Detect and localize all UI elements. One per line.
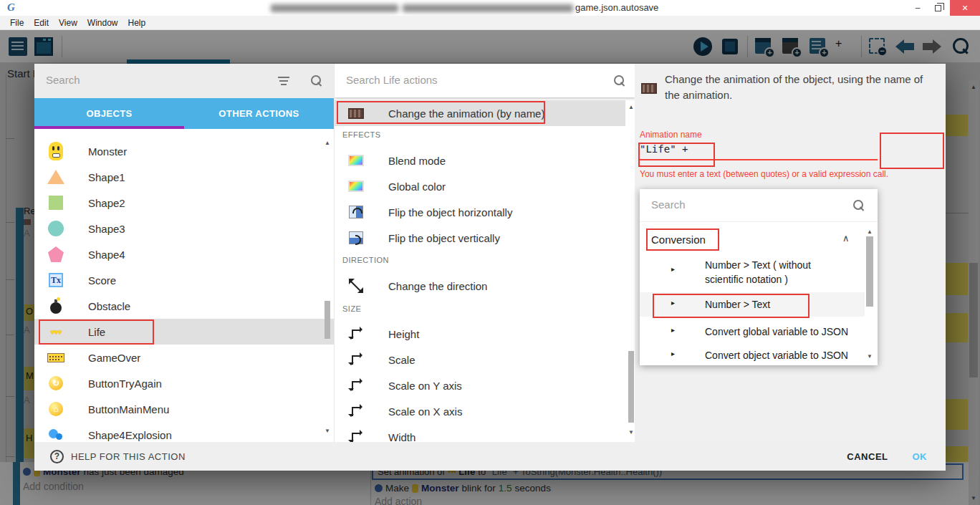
menu-edit[interactable]: Edit <box>34 18 49 28</box>
action-item[interactable]: Scale on X axis <box>335 398 635 424</box>
list-item[interactable]: ↻ButtonTryAgain <box>34 370 334 396</box>
list-item[interactable]: Monster <box>34 138 334 164</box>
search-icon <box>853 200 864 211</box>
cancel-button[interactable]: CANCEL <box>847 451 888 462</box>
actions-search-input[interactable] <box>346 74 582 86</box>
flip-vertical-icon <box>349 231 363 244</box>
dropdown-item[interactable]: ▸ Convert global variable to JSON <box>640 318 865 344</box>
action-item[interactable]: Flip the object vertically <box>335 225 635 251</box>
redacted-title-segment <box>271 4 398 12</box>
list-item[interactable]: Shape4Explosion <box>34 422 334 442</box>
scroll-up-icon[interactable]: ▲ <box>325 140 330 146</box>
square-icon <box>49 196 63 210</box>
list-item-selected[interactable]: ♥♥♥Life <box>34 319 334 345</box>
circle-icon <box>48 221 64 236</box>
explosion-icon <box>49 429 63 441</box>
global-color-icon <box>348 181 364 192</box>
restore-button[interactable] <box>927 0 948 16</box>
objects-tabs: OBJECTS OTHER ACTIONS <box>34 98 334 129</box>
action-item[interactable]: Height <box>335 321 635 347</box>
blend-mode-icon <box>348 155 364 166</box>
menu-bar: File Edit View Window Help <box>0 16 980 30</box>
hearts-icon: ♥♥♥ <box>51 328 62 336</box>
chevron-up-icon: ∧ <box>842 233 850 244</box>
bullet-icon: ▸ <box>671 265 675 273</box>
list-item[interactable]: TxScore <box>34 267 334 293</box>
action-item[interactable]: Blend mode <box>335 148 635 173</box>
dropdown-item-highlighted[interactable]: ▸ Number > Text <box>640 292 865 317</box>
objects-search-bar <box>34 64 334 98</box>
section-header: EFFECTS <box>342 130 381 139</box>
list-item[interactable]: Shape4 <box>34 241 334 267</box>
dialog-footer: ? HELP FOR THIS ACTION CANCEL OK <box>34 442 946 471</box>
action-item[interactable]: Global color <box>335 173 635 199</box>
close-button[interactable]: ✕ <box>950 0 980 16</box>
triangle-icon <box>47 170 64 184</box>
resize-icon <box>352 355 361 365</box>
bullet-icon: ▸ <box>671 350 675 357</box>
dropdown-item[interactable]: ▸ Convert object variable to JSON <box>640 344 865 365</box>
bomb-icon <box>50 302 62 314</box>
list-item[interactable]: Shape3 <box>34 216 334 241</box>
scroll-down-icon[interactable]: ▼ <box>325 428 330 434</box>
parameters-panel: Change the animation of the object, usin… <box>635 64 946 442</box>
restore-icon <box>935 5 941 11</box>
action-item[interactable]: Flip the object horizontally <box>335 199 635 225</box>
dropdown-group[interactable]: Conversion ∧ <box>640 226 878 252</box>
scrollbar-thumb[interactable] <box>325 301 330 339</box>
gdevelop-window: { "window": { "title": "game.json.autosa… <box>0 0 980 505</box>
dropdown-search-bar <box>640 189 878 222</box>
help-icon: ? <box>50 450 64 463</box>
search-icon <box>614 75 625 86</box>
list-item[interactable]: Shape2 <box>34 190 334 216</box>
action-item[interactable]: Change the direction <box>335 273 635 299</box>
animation-film-icon <box>641 83 657 94</box>
menu-help[interactable]: Help <box>128 18 146 28</box>
pentagon-icon <box>48 246 64 262</box>
resize-icon <box>352 433 361 442</box>
field-label: Animation name <box>640 130 702 140</box>
scrollbar-thumb[interactable] <box>628 351 634 423</box>
redacted-title-segment <box>403 4 573 12</box>
objects-search-input[interactable] <box>46 74 261 86</box>
tab-other-actions[interactable]: OTHER ACTIONS <box>184 98 334 129</box>
window-title: game.json.autosave <box>575 2 658 13</box>
retry-button-icon: ↻ <box>49 376 63 390</box>
animation-name-input[interactable] <box>640 143 878 160</box>
scroll-up-icon[interactable]: ▲ <box>628 105 634 110</box>
title-bar: G game.json.autosave – ✕ <box>0 0 980 16</box>
menu-view[interactable]: View <box>59 18 77 28</box>
monster-icon <box>49 142 63 160</box>
gdevelop-logo-icon: G <box>7 1 15 14</box>
action-item[interactable]: Width <box>335 424 635 442</box>
minimize-button[interactable]: – <box>907 0 928 16</box>
action-item[interactable]: Scale on Y axis <box>335 372 635 398</box>
list-item[interactable]: Shape1 <box>34 164 334 190</box>
scroll-up-icon[interactable]: ▲ <box>867 229 873 235</box>
action-editor-dialog: OBJECTS OTHER ACTIONS Monster Shape1 Sha… <box>34 64 946 471</box>
list-item[interactable]: ⌂ButtonMainMenu <box>34 396 334 422</box>
flip-horizontal-icon <box>349 206 363 218</box>
scrollbar-thumb[interactable] <box>866 236 873 307</box>
help-for-action-link[interactable]: ? HELP FOR THIS ACTION <box>50 450 186 463</box>
filter-icon[interactable] <box>278 77 289 85</box>
list-item[interactable]: Obstacle <box>34 293 334 319</box>
menu-window[interactable]: Window <box>87 18 118 28</box>
dropdown-item[interactable]: ▸ Number > Text ( without scientific not… <box>640 252 865 292</box>
list-item[interactable]: GameOver <box>34 345 334 370</box>
text-object-icon: Tx <box>49 273 63 287</box>
action-item-selected[interactable]: Change the animation (by name) <box>335 100 625 126</box>
section-header: SIZE <box>342 304 361 313</box>
ok-button[interactable]: OK <box>913 451 928 462</box>
action-item[interactable]: Scale <box>335 347 635 372</box>
dropdown-search-input[interactable] <box>651 198 837 211</box>
bullet-icon: ▸ <box>671 299 675 307</box>
scroll-down-icon[interactable]: ▼ <box>628 430 634 436</box>
validation-error: You must enter a text (between quotes) o… <box>640 169 921 181</box>
scroll-down-icon[interactable]: ▼ <box>867 354 873 360</box>
menu-file[interactable]: File <box>10 18 24 28</box>
expression-dropdown: Conversion ∧ ▸ Number > Text ( without s… <box>640 189 878 365</box>
action-description: Change the animation of the object, usin… <box>665 72 941 103</box>
actions-panel: Change the animation (by name) EFFECTS B… <box>334 64 635 442</box>
tab-objects[interactable]: OBJECTS <box>34 98 184 129</box>
